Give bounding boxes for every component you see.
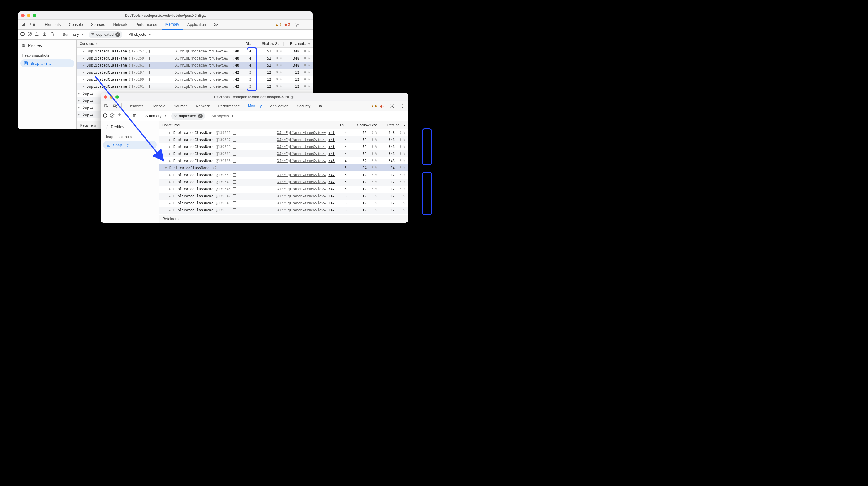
filter-pill[interactable]: duplicated ✕ [89, 31, 122, 38]
table-row[interactable]: ▶DuplicatedClassName @139647XJrrEgL?anon… [159, 193, 408, 200]
source-link[interactable]: XJrrEgL?anon=true&view= [277, 173, 326, 177]
chevron-right-icon[interactable]: ▶ [79, 106, 82, 109]
retainers-panel[interactable]: Retainers [159, 215, 408, 223]
preview-icon[interactable] [233, 131, 236, 135]
col-constructor[interactable]: Constructor [159, 123, 335, 127]
gear-icon[interactable] [293, 21, 301, 28]
titlebar[interactable]: DevTools - codepen.io/web-dot-dev/pen/XJ… [18, 11, 313, 20]
preview-icon[interactable] [233, 180, 236, 184]
preview-icon[interactable] [233, 208, 236, 212]
line-number[interactable]: :48 [232, 63, 240, 67]
line-number[interactable]: :48 [328, 152, 335, 156]
line-number[interactable]: :48 [232, 49, 240, 53]
snapshot-item[interactable]: Snap… (1.… [103, 141, 157, 149]
line-number[interactable]: :48 [232, 56, 240, 60]
source-link[interactable]: XJrrEgL?anon=true&view= [277, 180, 326, 184]
preview-icon[interactable] [233, 201, 236, 205]
chevron-right-icon[interactable]: ▶ [169, 195, 172, 198]
line-number[interactable]: :42 [328, 173, 335, 177]
maximize-icon[interactable] [33, 14, 36, 17]
chevron-right-icon[interactable]: ▶ [169, 152, 172, 155]
chevron-right-icon[interactable]: ▶ [83, 64, 86, 67]
tab-application[interactable]: Application [267, 101, 292, 111]
col-constructor[interactable]: Constructor [77, 41, 240, 46]
chevron-right-icon[interactable]: ▶ [169, 202, 172, 205]
objects-select[interactable]: All objects [209, 113, 236, 120]
preview-icon[interactable] [233, 173, 236, 177]
chevron-right-icon[interactable]: ▶ [83, 50, 86, 53]
preview-icon[interactable] [233, 159, 236, 163]
minimize-icon[interactable] [110, 95, 113, 99]
table-header[interactable]: Constructor Dist… Shallow Size Retaine… [159, 121, 408, 129]
preview-icon[interactable] [233, 187, 236, 191]
table-row[interactable]: ▼DuplicatedClassName×73840 %840 % [159, 165, 408, 171]
chevron-right-icon[interactable]: ▶ [83, 78, 86, 81]
clear-filter-icon[interactable]: ✕ [198, 114, 203, 118]
preview-icon[interactable] [146, 78, 150, 81]
tab-performance[interactable]: Performance [132, 20, 160, 30]
line-number[interactable]: :48 [328, 138, 335, 142]
line-number[interactable]: :48 [328, 159, 335, 163]
preview-icon[interactable] [233, 138, 236, 142]
inspect-icon[interactable] [102, 102, 110, 110]
objects-select[interactable]: All objects [126, 31, 153, 38]
more-tabs[interactable]: ≫ [211, 20, 222, 30]
source-link[interactable]: XJrrEgL?nocache=true&view= [175, 49, 230, 53]
upload-icon[interactable] [35, 32, 39, 37]
chevron-right-icon[interactable]: ▶ [169, 180, 172, 183]
kebab-icon[interactable] [303, 21, 311, 28]
device-icon[interactable] [29, 21, 36, 28]
warnings-badge[interactable]: ▲ 2 [275, 23, 282, 27]
tab-console[interactable]: Console [65, 20, 86, 30]
close-icon[interactable] [104, 95, 107, 99]
window-controls[interactable] [21, 14, 36, 17]
table-row[interactable]: ▶DuplicatedClassName @175261XJrrEgL?noca… [77, 62, 313, 69]
table-row[interactable]: ▶DuplicatedClassName @175197XJrrEgL?noca… [77, 69, 313, 76]
tab-performance[interactable]: Performance [214, 101, 243, 111]
table-row[interactable]: ▶DuplicatedClassName @139699XJrrEgL?anon… [159, 143, 408, 150]
line-number[interactable]: :42 [328, 208, 335, 212]
tab-console[interactable]: Console [148, 101, 169, 111]
table-row[interactable]: ▶DuplicatedClassName @139649XJrrEgL?anon… [159, 200, 408, 207]
clear-filter-icon[interactable]: ✕ [115, 32, 120, 37]
chevron-down-icon[interactable]: ▼ [165, 167, 168, 169]
line-number[interactable]: :42 [232, 70, 240, 75]
tab-network[interactable]: Network [110, 20, 131, 30]
line-number[interactable]: :42 [232, 84, 240, 88]
line-number[interactable]: :48 [328, 145, 335, 149]
table-row[interactable]: ▶DuplicatedClassName @139651XJrrEgL?anon… [159, 207, 408, 214]
source-link[interactable]: XJrrEgL?nocache=true&view= [175, 84, 230, 88]
tab-network[interactable]: Network [192, 101, 214, 111]
table-row[interactable]: ▶DuplicatedClassName @175201XJrrEgL?noca… [77, 83, 313, 90]
tab-elements[interactable]: Elements [124, 101, 147, 111]
clear-icon[interactable] [28, 32, 32, 37]
preview-icon[interactable] [233, 145, 236, 149]
window-controls[interactable] [104, 95, 119, 99]
preview-icon[interactable] [146, 50, 150, 53]
source-link[interactable]: XJrrEgL?anon=true&view= [277, 201, 326, 205]
source-link[interactable]: XJrrEgL?anon=true&view= [277, 159, 326, 163]
col-distance[interactable]: Dist… [335, 123, 350, 127]
record-icon[interactable] [21, 32, 25, 37]
gc-icon[interactable] [50, 32, 55, 37]
preview-icon[interactable] [233, 194, 236, 198]
table-row[interactable]: ▶DuplicatedClassName @139703XJrrEgL?anon… [159, 158, 408, 165]
maximize-icon[interactable] [115, 95, 119, 99]
kebab-icon[interactable] [399, 102, 406, 110]
view-select[interactable]: Summary [60, 31, 86, 38]
clear-icon[interactable] [110, 113, 114, 118]
chevron-right-icon[interactable]: ▶ [169, 174, 172, 176]
chevron-right-icon[interactable]: ▶ [169, 160, 172, 162]
source-link[interactable]: XJrrEgL?anon=true&view= [277, 187, 326, 191]
source-link[interactable]: XJrrEgL?anon=true&view= [277, 194, 326, 198]
tab-memory[interactable]: Memory [245, 101, 265, 111]
table-row[interactable]: ▶DuplicatedClassName @139697XJrrEgL?anon… [159, 136, 408, 143]
col-shallow[interactable]: Shallow Size [350, 123, 379, 127]
line-number[interactable]: :42 [328, 187, 335, 191]
device-icon[interactable] [111, 102, 119, 110]
chevron-right-icon[interactable]: ▶ [79, 92, 82, 95]
download-icon[interactable] [42, 32, 47, 37]
record-icon[interactable] [103, 113, 107, 118]
gear-icon[interactable] [388, 102, 396, 110]
chevron-right-icon[interactable]: ▶ [83, 71, 86, 74]
